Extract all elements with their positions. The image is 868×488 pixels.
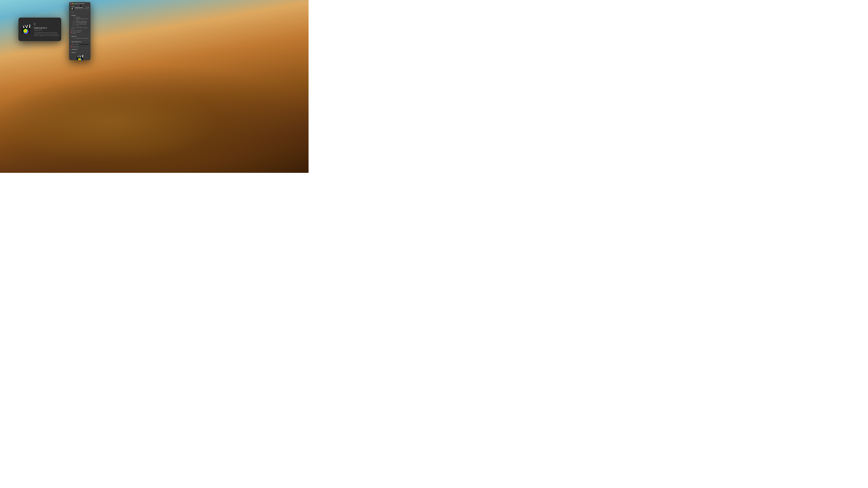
svg-rect-41 <box>81 55 83 56</box>
close-button[interactable] <box>70 3 71 4</box>
size-row: Size: 3,745,143,161 bytes (3.2 GB on dis… <box>71 18 90 21</box>
kind-label: Kind: <box>71 17 76 18</box>
tags-input[interactable] <box>70 12 89 13</box>
svg-rect-40 <box>80 55 81 56</box>
svg-rect-39 <box>78 56 79 57</box>
copyright-text: Copyright © 2001-2018 Apple Inc. All rig… <box>69 27 91 30</box>
where-row: Where: Macintosh HD • Applications <box>71 21 90 22</box>
modified-row: Modified: June 25, 2018 at 9:50 AM <box>71 24 90 25</box>
divider-3 <box>69 48 91 48</box>
comments-arrow: ▶ <box>70 49 71 50</box>
preview-arrow: ▼ <box>70 52 71 53</box>
size-label: Size: <box>71 18 76 21</box>
svg-rect-12 <box>26 25 27 27</box>
svg-point-15 <box>71 8 73 9</box>
kind-value: Application <box>76 17 90 18</box>
more-info-section-content: Last opened: September 26, 2018 at 4:35 … <box>69 37 91 40</box>
comments-section-header[interactable]: ▶ Comments: <box>69 48 91 51</box>
hide-ext-checkbox[interactable] <box>71 46 72 47</box>
hide-ext-row[interactable]: Hide extension <box>69 46 91 47</box>
svg-rect-6 <box>26 26 27 28</box>
svg-rect-26 <box>72 6 73 7</box>
preview-section-title: Preview: <box>72 52 76 53</box>
size-value: 3,745,143,161 bytes (3.2 GB on disk) <box>76 18 90 21</box>
more-info-section-title: More Info: <box>72 36 77 37</box>
where-label: Where: <box>71 21 76 22</box>
svg-rect-10 <box>22 25 23 27</box>
prefer-gpu-label: Prefer External GPU <box>73 32 81 33</box>
svg-rect-35 <box>81 56 82 57</box>
last-opened-row: Last opened: September 26, 2018 at 4:35 … <box>71 38 90 39</box>
info-app-name: Final Cut Pro <box>75 7 83 8</box>
apple-logo:  <box>34 22 59 26</box>
info-tags-bar <box>69 11 91 14</box>
divider-1 <box>69 35 91 35</box>
app-name-field[interactable]: Final Cut Pro.app <box>70 43 89 45</box>
maximize-button[interactable] <box>74 3 75 4</box>
general-section-title: General: <box>72 15 76 16</box>
splash-icon-area <box>19 18 33 41</box>
hide-ext-label: Hide extension <box>73 46 79 47</box>
svg-rect-24 <box>70 7 71 7</box>
locked-label: Locked <box>73 33 76 34</box>
name-ext-arrow: ▼ <box>70 41 71 42</box>
splash-window:  Final Cut Pro X Version 10.4.3 © 2001-… <box>19 18 61 41</box>
modified-label: Modified: <box>71 24 76 25</box>
general-section-content: Kind: Application Size: 3,745,143,161 by… <box>69 17 91 27</box>
info-window: Final Cut Pro Info <box>69 2 91 60</box>
last-opened-value: September 26, 2018 at 4:35 PM <box>76 38 90 39</box>
svg-rect-38 <box>76 56 78 57</box>
comments-section-title: Comments: <box>72 49 78 50</box>
modified-value: June 25, 2018 at 9:50 AM <box>76 24 90 25</box>
more-info-arrow: ▼ <box>70 36 71 37</box>
locked-row[interactable]: Locked <box>69 33 91 34</box>
last-opened-label: Last opened: <box>71 38 76 39</box>
name-ext-section-header[interactable]: ▼ Name & Extension: <box>69 41 91 43</box>
kind-row: Kind: Application <box>71 17 90 18</box>
open-low-res-checkbox[interactable] <box>71 30 72 31</box>
name-ext-section-title: Name & Extension: <box>72 41 82 42</box>
info-titlebar: Final Cut Pro Info <box>69 2 91 5</box>
info-app-size: 3.75 GB <box>86 7 89 8</box>
svg-rect-25 <box>71 6 72 7</box>
window-title: Final Cut Pro Info <box>75 3 84 4</box>
svg-rect-13 <box>28 25 29 26</box>
minimize-button[interactable] <box>72 3 73 4</box>
version-value: 10.4.3 <box>76 25 90 26</box>
svg-rect-11 <box>23 25 25 27</box>
info-app-modified: Modified: June 25, 2018 at 9:50 AM <box>75 8 89 9</box>
info-body[interactable]: ▼ General: Kind: Application Size: 3,745… <box>69 14 91 60</box>
svg-rect-7 <box>28 26 29 28</box>
fcp-app-icon <box>21 24 31 35</box>
created-value: January 8, 2018 at 6:42 PM <box>76 22 90 23</box>
prefer-gpu-row[interactable]: Prefer External GPU <box>69 31 91 33</box>
svg-rect-21 <box>73 7 73 7</box>
more-info-section-header[interactable]: ▼ More Info: <box>69 35 91 37</box>
splash-app-name: Final Cut Pro X <box>34 27 59 29</box>
info-app-icon <box>70 6 74 10</box>
general-arrow: ▼ <box>70 15 71 16</box>
splash-version: Version 10.4.3 <box>34 29 59 31</box>
svg-point-1 <box>23 29 28 34</box>
created-label: Created: <box>71 22 76 23</box>
locked-checkbox[interactable] <box>71 33 72 34</box>
splash-copyright: © 2001-2018 Apple Inc. All rights reserv… <box>34 32 59 36</box>
svg-rect-8 <box>29 26 30 28</box>
svg-rect-27 <box>73 6 73 7</box>
open-low-res-row[interactable]: Open in Low Resolution <box>69 30 91 31</box>
svg-rect-22 <box>73 7 74 7</box>
svg-rect-36 <box>82 56 83 57</box>
info-app-details: Final Cut Pro 3.75 GB Modified: June 25,… <box>75 7 89 9</box>
created-row: Created: January 8, 2018 at 6:42 PM <box>71 22 90 23</box>
version-label: Version: <box>71 25 76 26</box>
preview-icon-area <box>69 54 91 60</box>
version-row: Version: 10.4.3 <box>71 25 90 26</box>
divider-4 <box>69 51 91 51</box>
preview-section-header[interactable]: ▼ Preview: <box>69 52 91 54</box>
where-value: Macintosh HD • Applications <box>76 21 90 22</box>
general-section-header[interactable]: ▼ General: <box>69 14 91 17</box>
prefer-gpu-checkbox[interactable] <box>71 32 72 33</box>
open-low-res-label: Open in Low Resolution <box>73 30 82 31</box>
info-app-header: Final Cut Pro 3.75 GB Modified: June 25,… <box>69 5 91 11</box>
preview-fcp-icon <box>76 55 84 60</box>
